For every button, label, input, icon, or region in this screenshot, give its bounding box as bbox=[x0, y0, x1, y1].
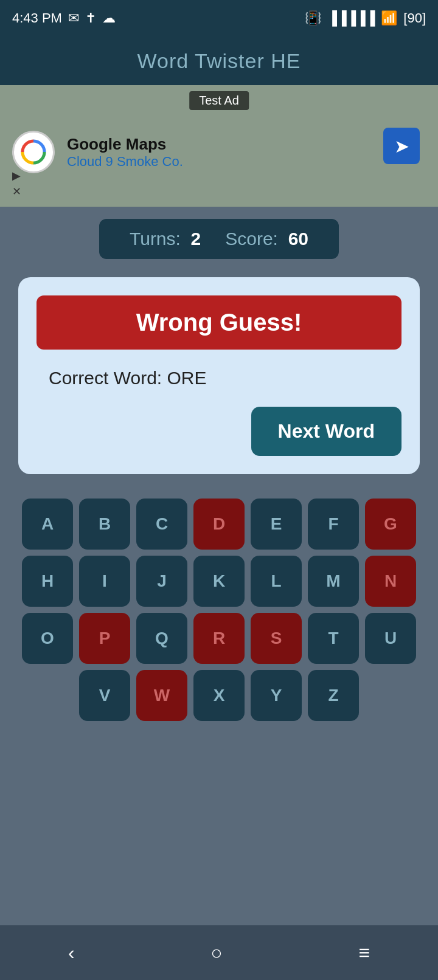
title-bar: Word Twister HE bbox=[0, 36, 438, 85]
key-k[interactable]: K bbox=[193, 556, 245, 607]
key-i[interactable]: I bbox=[79, 556, 130, 607]
key-row-0: ABCDEFG bbox=[6, 499, 432, 550]
result-card: Wrong Guess! Correct Word: ORE Next Word bbox=[18, 277, 420, 474]
turns-value: 2 bbox=[191, 229, 201, 249]
status-left: 4:43 PM ✉ ✝ ☁ bbox=[12, 10, 116, 26]
score-bar: Turns: 2 Score: 60 bbox=[0, 207, 438, 271]
wrong-guess-banner: Wrong Guess! bbox=[36, 295, 401, 350]
correct-word-display: Correct Word: ORE bbox=[36, 368, 207, 388]
key-w[interactable]: W bbox=[136, 670, 187, 721]
usb-icon: ✝ bbox=[85, 10, 96, 26]
ad-controls: ▶ ✕ bbox=[12, 169, 21, 198]
cloud-icon: ☁ bbox=[102, 10, 116, 26]
key-h[interactable]: H bbox=[22, 556, 73, 607]
key-row-2: OPQRSTU bbox=[6, 613, 432, 664]
key-b[interactable]: B bbox=[79, 499, 130, 550]
google-maps-logo bbox=[12, 131, 55, 173]
key-u[interactable]: U bbox=[365, 613, 416, 664]
key-t[interactable]: T bbox=[308, 613, 359, 664]
key-r[interactable]: R bbox=[193, 613, 245, 664]
ad-text: Google Maps Cloud 9 Smoke Co. bbox=[67, 135, 183, 170]
key-a[interactable]: A bbox=[22, 499, 73, 550]
key-e[interactable]: E bbox=[251, 499, 302, 550]
key-q[interactable]: Q bbox=[136, 613, 187, 664]
key-p[interactable]: P bbox=[79, 613, 130, 664]
key-c[interactable]: C bbox=[136, 499, 187, 550]
key-x[interactable]: X bbox=[193, 670, 245, 721]
ad-company-name: Google Maps bbox=[67, 135, 183, 154]
app-title: Word Twister HE bbox=[137, 49, 301, 73]
back-button[interactable]: ‹ bbox=[68, 942, 75, 964]
status-right: 📳 ▐▐▐▐▐ 📶 [90] bbox=[305, 10, 426, 26]
ad-close-icon[interactable]: ✕ bbox=[12, 185, 21, 198]
key-l[interactable]: L bbox=[251, 556, 302, 607]
nav-bar: ‹ ○ ≡ bbox=[0, 925, 438, 980]
key-z[interactable]: Z bbox=[308, 670, 359, 721]
next-word-button[interactable]: Next Word bbox=[251, 407, 401, 456]
ad-label: Test Ad bbox=[189, 91, 249, 110]
time-display: 4:43 PM bbox=[12, 10, 62, 26]
key-row-1: HIJKLMN bbox=[6, 556, 432, 607]
turns-label: Turns: 2 bbox=[130, 229, 201, 249]
menu-button[interactable]: ≡ bbox=[358, 942, 370, 964]
key-y[interactable]: Y bbox=[251, 670, 302, 721]
key-row-3: VWXYZ bbox=[6, 670, 432, 721]
key-v[interactable]: V bbox=[79, 670, 130, 721]
vibrate-icon: 📳 bbox=[305, 10, 321, 26]
key-s[interactable]: S bbox=[251, 613, 302, 664]
key-n[interactable]: N bbox=[365, 556, 416, 607]
ad-navigation-arrow[interactable]: ➤ bbox=[383, 128, 420, 164]
key-m[interactable]: M bbox=[308, 556, 359, 607]
signal-icon: ▐▐▐▐▐ bbox=[327, 10, 375, 26]
home-button[interactable]: ○ bbox=[210, 942, 222, 964]
key-f[interactable]: F bbox=[308, 499, 359, 550]
score-label: Score: 60 bbox=[225, 229, 308, 249]
status-bar: 4:43 PM ✉ ✝ ☁ 📳 ▐▐▐▐▐ 📶 [90] bbox=[0, 0, 438, 36]
battery-display: [90] bbox=[403, 10, 426, 26]
score-value: 60 bbox=[288, 229, 308, 249]
ad-play-icon[interactable]: ▶ bbox=[12, 169, 21, 182]
key-d[interactable]: D bbox=[193, 499, 245, 550]
score-container: Turns: 2 Score: 60 bbox=[99, 219, 339, 259]
whatsapp-icon: ✉ bbox=[68, 10, 79, 26]
keyboard-area: ABCDEFGHIJKLMNOPQRSTUVWXYZ bbox=[0, 486, 438, 733]
ad-subtext: Cloud 9 Smoke Co. bbox=[67, 154, 183, 170]
key-o[interactable]: O bbox=[22, 613, 73, 664]
ad-banner[interactable]: Test Ad Google Maps Cloud 9 Smoke Co. ➤ … bbox=[0, 85, 438, 207]
key-g[interactable]: G bbox=[365, 499, 416, 550]
key-j[interactable]: J bbox=[136, 556, 187, 607]
wifi-icon: 📶 bbox=[381, 10, 397, 26]
wrong-guess-label: Wrong Guess! bbox=[136, 309, 302, 336]
ad-content: Google Maps Cloud 9 Smoke Co. bbox=[12, 131, 183, 173]
